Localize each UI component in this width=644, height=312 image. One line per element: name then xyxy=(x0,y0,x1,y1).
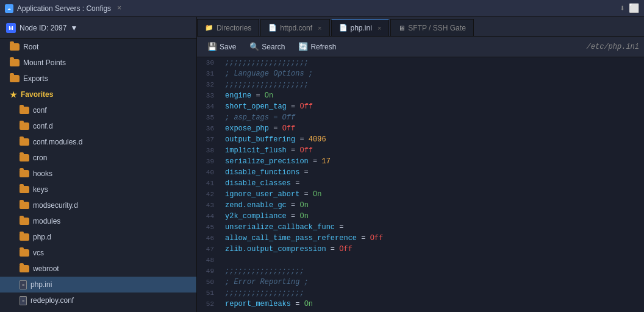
line-content: ;;;;;;;;;;;;;;;;;; xyxy=(220,266,644,277)
sidebar-item-label: Favorites xyxy=(21,90,53,99)
sidebar-item-redeploy-conf[interactable]: ≡redeploy.conf xyxy=(0,292,196,308)
line-content: y2k_compliance = On xyxy=(220,211,644,222)
line-number: 51 xyxy=(197,288,220,299)
code-line-31: 31; Language Options ; xyxy=(197,68,644,79)
sidebar-item-conf[interactable]: conf xyxy=(0,102,196,118)
sidebar-item-keys[interactable]: keys xyxy=(0,182,196,197)
tab-icon-directories: 📁 xyxy=(205,24,213,32)
sidebar-item-cron[interactable]: cron xyxy=(0,150,196,166)
folder-icon xyxy=(20,138,29,146)
line-content: expose_php = Off xyxy=(220,123,644,134)
folder-icon xyxy=(20,170,29,177)
node-icon: M xyxy=(6,23,16,33)
tab-label-httpd-conf: httpd.conf xyxy=(280,24,312,32)
file-path: /etc/php.ini xyxy=(587,43,639,51)
sidebar-item-root[interactable]: Root xyxy=(0,39,196,55)
refresh-icon: 🔄 xyxy=(298,42,308,51)
code-line-50: 50; Error Reporting ; xyxy=(197,277,644,288)
code-line-47: 47zlib.output_compression = Off xyxy=(197,244,644,255)
folder-icon xyxy=(20,186,29,193)
tab-bar: 📁Directories📄httpd.conf×📄php.ini×🖥SFTP /… xyxy=(197,17,644,37)
sidebar-item-hooks[interactable]: hooks xyxy=(0,166,196,182)
code-line-33: 33engine = On xyxy=(197,90,644,101)
sidebar-item-favorites[interactable]: ★Favorites xyxy=(0,87,196,102)
save-icon: 💾 xyxy=(207,42,217,51)
line-content: ignore_user_abort = On xyxy=(220,189,644,200)
node-label: Node ID: 2097 xyxy=(20,24,66,32)
tab-close-php-ini[interactable]: × xyxy=(377,24,381,32)
code-line-43: 43zend.enable_gc = On xyxy=(197,200,644,211)
minimize-btn[interactable]: ⬇ xyxy=(620,3,625,13)
line-content: serialize_precision = 17 xyxy=(220,156,644,167)
line-content: disable_functions = xyxy=(220,167,644,178)
tab-close-httpd-conf[interactable]: × xyxy=(318,24,321,32)
file-tree: RootMount PointsExports★Favoritesconfcon… xyxy=(0,39,196,312)
sidebar-item-label: conf.modules.d xyxy=(33,138,82,146)
folder-icon xyxy=(20,218,29,225)
line-number: 48 xyxy=(197,255,220,266)
tab-label-sftp-ssh-gate: SFTP / SSH Gate xyxy=(408,24,465,32)
tab-httpd-conf[interactable]: 📄httpd.conf× xyxy=(260,19,329,36)
tab-icon-httpd-conf: 📄 xyxy=(268,24,277,32)
line-content: ; Error Reporting ; xyxy=(220,277,644,288)
line-content: short_open_tag = Off xyxy=(220,101,644,112)
sidebar-item-label: Root xyxy=(23,43,38,51)
tab-php-ini[interactable]: 📄php.ini× xyxy=(331,19,390,36)
sidebar-item-vcs[interactable]: vcs xyxy=(0,245,196,261)
line-number: 38 xyxy=(197,145,220,156)
search-label: Search xyxy=(262,43,285,51)
code-line-38: 38implicit_flush = Off xyxy=(197,145,644,156)
line-number: 52 xyxy=(197,299,220,310)
line-content: ;;;;;;;;;;;;;;;;;;; xyxy=(220,79,644,90)
sidebar-item-mount-points[interactable]: Mount Points xyxy=(0,55,196,71)
code-line-36: 36expose_php = Off xyxy=(197,123,644,134)
line-content: report_memleaks = On xyxy=(220,299,644,310)
code-editor[interactable]: 30;;;;;;;;;;;;;;;;;;;31; Language Option… xyxy=(197,57,644,312)
code-line-35: 35; asp_tags = Off xyxy=(197,112,644,123)
node-dropdown-arrow[interactable]: ▼ xyxy=(70,24,77,32)
maximize-btn[interactable]: ⬜ xyxy=(629,3,639,13)
main-layout: M Node ID: 2097 ▼ RootMount PointsExport… xyxy=(0,17,644,312)
folder-icon xyxy=(20,202,29,209)
sidebar-item-label: cron xyxy=(33,154,47,162)
folder-icon xyxy=(20,265,29,272)
title-bar-controls: ⬇ ⬜ xyxy=(620,3,639,13)
sidebar-item-modsecurity-d[interactable]: modsecurity.d xyxy=(0,197,196,213)
sidebar-item-conf-modules-d[interactable]: conf.modules.d xyxy=(0,134,196,150)
refresh-label: Refresh xyxy=(310,43,336,51)
code-line-34: 34short_open_tag = Off xyxy=(197,101,644,112)
line-number: 43 xyxy=(197,200,220,211)
save-button[interactable]: 💾 Save xyxy=(202,40,242,54)
title-close-btn[interactable]: × xyxy=(117,4,121,13)
sidebar-item-label: redeploy.conf xyxy=(30,296,74,305)
tab-directories[interactable]: 📁Directories xyxy=(197,19,259,36)
refresh-button[interactable]: 🔄 Refresh xyxy=(293,40,342,54)
line-content: zend.enable_gc = On xyxy=(220,200,644,211)
sidebar-item-exports[interactable]: Exports xyxy=(0,71,196,87)
code-line-46: 46allow_call_time_pass_reference = Off xyxy=(197,233,644,244)
folder-icon xyxy=(10,43,20,51)
line-number: 32 xyxy=(197,79,220,90)
code-line-44: 44y2k_compliance = On xyxy=(197,211,644,222)
sidebar-item-php-ini[interactable]: ≡php.ini xyxy=(0,277,196,292)
code-line-37: 37output_buffering = 4096 xyxy=(197,134,644,145)
sidebar-item-php-d[interactable]: php.d xyxy=(0,229,196,245)
line-content: ; Language Options ; xyxy=(220,68,644,79)
sidebar-item-webroot[interactable]: webroot xyxy=(0,261,196,277)
search-button[interactable]: 🔍 Search xyxy=(244,40,290,54)
code-line-39: 39serialize_precision = 17 xyxy=(197,156,644,167)
code-line-45: 45unserialize_callback_func = xyxy=(197,222,644,233)
file-icon: ≡ xyxy=(20,280,27,289)
tab-label-directories: Directories xyxy=(216,24,251,32)
sidebar-item-modules[interactable]: modules xyxy=(0,213,196,229)
line-number: 42 xyxy=(197,189,220,200)
sidebar: M Node ID: 2097 ▼ RootMount PointsExport… xyxy=(0,17,197,312)
folder-icon xyxy=(10,75,20,82)
sidebar-item-label: keys xyxy=(33,185,48,194)
tab-sftp-ssh-gate[interactable]: 🖥SFTP / SSH Gate xyxy=(390,19,473,36)
node-bar: M Node ID: 2097 ▼ xyxy=(0,17,196,39)
sidebar-item-conf-d[interactable]: conf.d xyxy=(0,118,196,134)
code-line-49: 49;;;;;;;;;;;;;;;;;; xyxy=(197,266,644,277)
code-line-30: 30;;;;;;;;;;;;;;;;;;; xyxy=(197,57,644,68)
sidebar-item-label: webroot xyxy=(33,264,59,273)
